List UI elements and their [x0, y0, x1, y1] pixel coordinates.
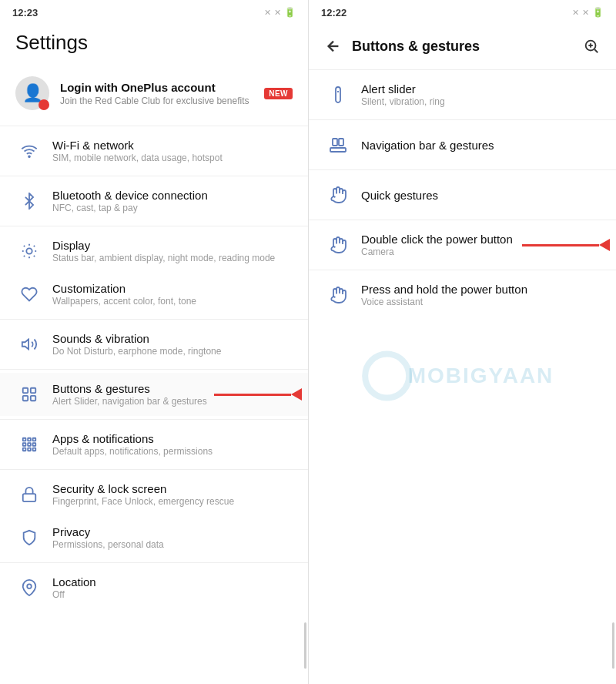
- right-red-arrow: [522, 239, 610, 251]
- privacy-text: Privacy Permissions, personal data: [52, 525, 293, 550]
- right-top-divider: [309, 69, 616, 70]
- right-item-alert-slider[interactable]: Alert slider Silent, vibration, ring: [309, 72, 616, 118]
- svg-rect-34: [333, 139, 337, 146]
- double-click-title: Double click the power button: [361, 233, 513, 246]
- security-icon: [15, 481, 43, 508]
- settings-list: Wi-Fi & network SIM, mobile network, dat…: [0, 129, 308, 684]
- sidebar-item-bluetooth[interactable]: Bluetooth & device connection NFC, cast,…: [0, 179, 308, 223]
- right-item-quick-gestures[interactable]: Quick gestures: [309, 172, 616, 218]
- svg-rect-17: [33, 438, 36, 441]
- svg-rect-31: [336, 87, 340, 102]
- left-header: Settings: [0, 25, 308, 67]
- wifi-status-icon: ✕: [274, 8, 281, 18]
- search-button[interactable]: [579, 34, 604, 59]
- right-header: Buttons & gestures: [309, 25, 616, 68]
- location-text: Location Off: [52, 575, 293, 600]
- alert-slider-subtitle: Silent, vibration, ring: [361, 96, 445, 107]
- wifi-title: Wi-Fi & network: [52, 139, 293, 152]
- navigation-icon: [324, 131, 352, 159]
- apps-title: Apps & notifications: [52, 432, 293, 445]
- right-panel: 12:22 ✕ ✕ 🔋 Buttons & gestures: [308, 0, 616, 684]
- privacy-title: Privacy: [52, 525, 293, 538]
- sidebar-item-wifi[interactable]: Wi-Fi & network SIM, mobile network, dat…: [0, 129, 308, 173]
- divider-6: [0, 469, 308, 470]
- right-status-bar: 12:22 ✕ ✕ 🔋: [309, 0, 616, 25]
- svg-rect-16: [28, 438, 31, 441]
- right-item-navigation[interactable]: Navigation bar & gestures: [309, 122, 616, 168]
- svg-rect-13: [23, 396, 28, 401]
- sidebar-item-sounds[interactable]: Sounds & vibration Do Not Disturb, earph…: [0, 323, 308, 366]
- right-item-press-hold[interactable]: Press and hold the power button Voice as…: [309, 272, 616, 318]
- svg-rect-33: [330, 148, 346, 152]
- security-text: Security & lock screen Fingerprint, Face…: [52, 482, 293, 507]
- right-list: Alert slider Silent, vibration, ring Nav…: [309, 72, 616, 684]
- bluetooth-title: Bluetooth & device connection: [52, 189, 293, 202]
- left-scrollbar[interactable]: [304, 622, 306, 669]
- right-scrollbar[interactable]: [612, 622, 614, 669]
- avatar: 👤: [15, 76, 49, 110]
- divider-7: [0, 562, 308, 563]
- svg-rect-20: [33, 443, 36, 446]
- sidebar-item-privacy[interactable]: Privacy Permissions, personal data: [0, 516, 308, 559]
- sidebar-item-customization[interactable]: Customization Wallpapers, accent color, …: [0, 273, 308, 316]
- display-title: Display: [52, 239, 293, 252]
- sounds-text: Sounds & vibration Do Not Disturb, earph…: [52, 332, 293, 357]
- login-text: Login with OnePlus account Join the Red …: [60, 81, 264, 106]
- divider-3: [0, 319, 308, 320]
- right-divider-2: [309, 169, 616, 170]
- svg-rect-12: [31, 388, 35, 393]
- left-panel: 12:23 ✕ ✕ 🔋 Settings 👤 Login with OnePlu…: [0, 0, 308, 684]
- sidebar-item-buttons[interactable]: Buttons & gestures Alert Slider, navigat…: [0, 373, 308, 416]
- sidebar-item-display[interactable]: Display Status bar, ambient display, nig…: [0, 230, 308, 273]
- svg-line-5: [34, 256, 35, 256]
- security-title: Security & lock screen: [52, 482, 293, 495]
- navigation-text: Navigation bar & gestures: [361, 139, 494, 152]
- press-hold-icon: [324, 281, 352, 309]
- divider-2: [0, 226, 308, 226]
- left-status-icons: ✕ ✕ 🔋: [264, 7, 296, 18]
- double-click-text: Double click the power button Camera: [361, 233, 513, 257]
- buttons-text: Buttons & gestures Alert Slider, navigat…: [52, 382, 293, 407]
- sidebar-item-apps[interactable]: Apps & notifications Default apps, notif…: [0, 423, 308, 466]
- double-click-subtitle: Camera: [361, 246, 513, 257]
- wifi-text: Wi-Fi & network SIM, mobile network, dat…: [52, 139, 293, 163]
- svg-point-1: [26, 248, 32, 253]
- settings-title: Settings: [15, 31, 293, 55]
- apps-icon: [15, 431, 43, 458]
- back-button[interactable]: [321, 34, 346, 59]
- svg-rect-14: [31, 396, 35, 401]
- alert-slider-text: Alert slider Silent, vibration, ring: [361, 82, 445, 107]
- location-icon: [15, 574, 43, 602]
- wifi-icon: [15, 137, 43, 165]
- svg-rect-18: [23, 443, 26, 446]
- alert-slider-icon: [324, 81, 352, 109]
- signal-icon: ✕: [264, 8, 271, 18]
- svg-marker-10: [22, 340, 28, 350]
- sidebar-item-security[interactable]: Security & lock screen Fingerprint, Face…: [0, 473, 308, 516]
- apps-text: Apps & notifications Default apps, notif…: [52, 432, 293, 457]
- new-badge: NEW: [264, 88, 293, 99]
- right-item-double-click[interactable]: Double click the power button Camera: [309, 222, 616, 268]
- quick-gestures-title: Quick gestures: [361, 189, 438, 202]
- customization-title: Customization: [52, 282, 293, 295]
- privacy-subtitle: Permissions, personal data: [52, 539, 293, 550]
- login-card[interactable]: 👤 Login with OnePlus account Join the Re…: [0, 67, 308, 119]
- right-wifi-icon: ✕: [582, 8, 589, 18]
- sounds-title: Sounds & vibration: [52, 332, 293, 345]
- avatar-badge: [38, 99, 49, 110]
- quick-gestures-text: Quick gestures: [361, 189, 438, 202]
- right-panel-title: Buttons & gestures: [352, 39, 579, 55]
- svg-rect-11: [23, 388, 28, 393]
- sidebar-item-location[interactable]: Location Off: [0, 566, 308, 609]
- svg-rect-15: [23, 438, 26, 441]
- right-signal-icon: ✕: [572, 8, 579, 18]
- login-subtitle: Join the Red Cable Club for exclusive be…: [60, 96, 264, 106]
- buttons-icon: [15, 381, 43, 408]
- bluetooth-icon: [15, 187, 43, 215]
- svg-point-25: [27, 584, 32, 588]
- press-hold-text: Press and hold the power button Voice as…: [361, 283, 527, 307]
- buttons-subtitle: Alert Slider, navigation bar & gestures: [52, 396, 293, 407]
- divider-5: [0, 419, 308, 420]
- buttons-title: Buttons & gestures: [52, 382, 293, 395]
- left-status-bar: 12:23 ✕ ✕ 🔋: [0, 0, 308, 25]
